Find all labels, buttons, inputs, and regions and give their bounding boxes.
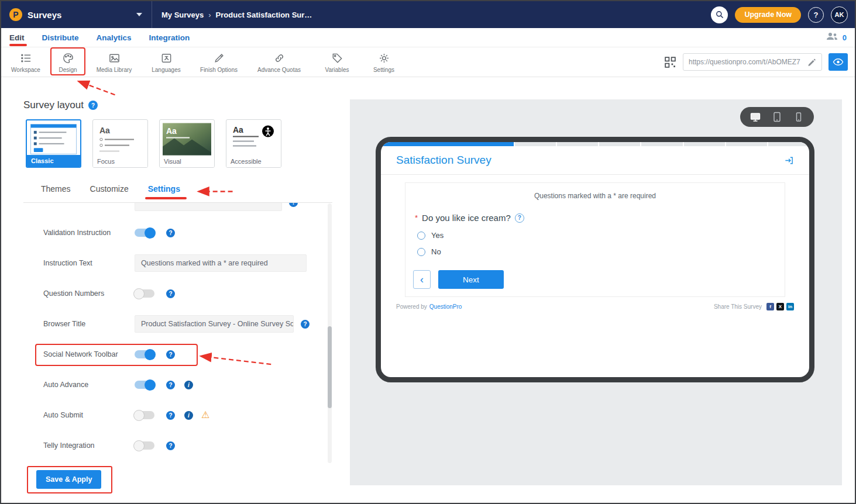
toggle-auto-advance[interactable] bbox=[135, 381, 154, 389]
design-icon bbox=[62, 52, 74, 64]
next-button[interactable]: Next bbox=[438, 270, 504, 289]
design-tab-customize[interactable]: Customize bbox=[90, 184, 129, 194]
help-icon[interactable]: ? bbox=[166, 229, 175, 237]
toolbar-item-finish-options[interactable]: Finish Options bbox=[194, 51, 243, 73]
question-help-icon[interactable]: ? bbox=[515, 213, 524, 223]
nav-tab-edit[interactable]: Edit bbox=[9, 33, 25, 42]
input-browser-title[interactable]: Product Satisfaction Survey - Online Sur… bbox=[135, 315, 294, 333]
toolbar-items: WorkspaceDesignMedia LibraryLanguagesFin… bbox=[1, 51, 403, 73]
survey-url-box[interactable]: https://questionpro.com/t/AbOMEZ7 bbox=[683, 53, 822, 71]
questionpro-app: P Surveys My Surveys › Product Satisfact… bbox=[0, 0, 856, 504]
toolbar-item-languages[interactable]: Languages bbox=[144, 51, 188, 73]
qr-code-icon[interactable] bbox=[664, 56, 676, 68]
top-navbar: P Surveys My Surveys › Product Satisfact… bbox=[1, 1, 855, 28]
help-icon[interactable]: ? bbox=[166, 411, 175, 420]
preview-button[interactable] bbox=[829, 53, 848, 71]
search-button[interactable] bbox=[711, 6, 728, 23]
collaborator-count[interactable]: 0 bbox=[843, 33, 847, 42]
progress-segment bbox=[641, 142, 682, 146]
help-icon[interactable]: ? bbox=[289, 203, 298, 207]
toggle-auto-submit[interactable] bbox=[135, 411, 154, 419]
radio-icon[interactable] bbox=[417, 232, 425, 240]
toggle-knob bbox=[133, 410, 145, 421]
toolbar-item-design[interactable]: Design bbox=[51, 51, 84, 73]
clipped-input[interactable] bbox=[135, 203, 282, 211]
toggle-validation-instruction[interactable] bbox=[135, 229, 154, 237]
toolbar-item-variables[interactable]: Variables bbox=[315, 51, 359, 73]
design-tab-themes[interactable]: Themes bbox=[41, 184, 71, 194]
desktop-device-button[interactable] bbox=[749, 111, 762, 123]
back-button[interactable]: ‹ bbox=[413, 270, 431, 289]
save-apply-button[interactable]: Save & Apply bbox=[36, 470, 101, 489]
avatar[interactable]: AK bbox=[831, 6, 848, 23]
help-icon[interactable]: ? bbox=[166, 350, 175, 359]
advance-quotas-icon bbox=[273, 52, 286, 64]
toggle-question-numbers[interactable] bbox=[135, 289, 154, 298]
help-icon[interactable]: ? bbox=[88, 101, 98, 110]
toggle-telly-integration[interactable] bbox=[135, 441, 154, 450]
layout-card-focus[interactable]: AaFocus bbox=[92, 119, 148, 168]
help-icon[interactable]: ? bbox=[301, 320, 310, 329]
help-icon[interactable]: ? bbox=[166, 289, 175, 298]
help-icon[interactable]: ? bbox=[166, 381, 175, 389]
toolbar-item-advance-quotas[interactable]: Advance Quotas bbox=[249, 51, 309, 73]
settings-scrollbar[interactable] bbox=[328, 203, 332, 463]
layout-card-label: Focus bbox=[93, 156, 147, 167]
collaborators-icon[interactable] bbox=[826, 32, 838, 43]
scrollbar-thumb[interactable] bbox=[328, 326, 332, 408]
edit-url-icon[interactable] bbox=[807, 58, 816, 67]
classic-thumbnail bbox=[27, 120, 80, 155]
toggle-social-network-toolbar[interactable] bbox=[135, 350, 154, 358]
device-toggle bbox=[740, 107, 814, 127]
layout-card-visual[interactable]: AaVisual bbox=[159, 119, 215, 168]
input-instruction-text[interactable]: Questions marked with a * are required bbox=[135, 254, 307, 272]
share-label: Share This Survey bbox=[714, 303, 762, 310]
required-note: Questions marked with a * are required bbox=[405, 183, 785, 200]
toolbar-item-workspace[interactable]: Workspace bbox=[6, 51, 46, 73]
exit-survey-icon[interactable] bbox=[784, 156, 794, 165]
radio-option-no[interactable]: No bbox=[417, 247, 785, 256]
eye-icon bbox=[833, 58, 844, 66]
help-icon[interactable]: ? bbox=[166, 441, 175, 450]
breadcrumb-my-surveys[interactable]: My Surveys bbox=[161, 11, 204, 19]
linkedin-icon[interactable]: in bbox=[786, 303, 794, 310]
x-icon[interactable]: X bbox=[776, 303, 784, 310]
design-tabs: ThemesCustomizeSettings bbox=[41, 184, 180, 194]
save-apply-annotation-box: Save & Apply bbox=[36, 470, 101, 489]
info-icon[interactable]: i bbox=[184, 411, 193, 420]
nav-tab-analytics[interactable]: Analytics bbox=[97, 33, 132, 42]
toolbar-item-label: Finish Options bbox=[200, 67, 238, 73]
nav-tab-distribute[interactable]: Distribute bbox=[42, 33, 79, 42]
radio-option-yes[interactable]: Yes bbox=[417, 231, 785, 240]
info-icon[interactable]: i bbox=[184, 381, 193, 389]
toggle-knob bbox=[145, 227, 156, 239]
chevron-down-icon bbox=[136, 13, 142, 16]
layout-card-classic[interactable]: Classic bbox=[26, 119, 81, 168]
toolbar-item-settings[interactable]: Settings bbox=[365, 51, 403, 73]
questionpro-link[interactable]: QuestionPro bbox=[429, 303, 462, 310]
radio-icon[interactable] bbox=[417, 248, 425, 256]
design-tab-settings[interactable]: Settings bbox=[148, 184, 180, 194]
upgrade-button[interactable]: Upgrade Now bbox=[735, 7, 801, 23]
mobile-device-button[interactable] bbox=[792, 111, 805, 123]
tablet-device-button[interactable] bbox=[771, 111, 783, 123]
toggle-knob bbox=[133, 288, 145, 299]
layout-card-accessible[interactable]: AaAccessible bbox=[226, 119, 281, 168]
toolbar-item-media-library[interactable]: Media Library bbox=[90, 51, 138, 73]
survey-url[interactable]: https://questionpro.com/t/AbOMEZ7 bbox=[689, 58, 804, 66]
product-switcher[interactable]: P Surveys bbox=[1, 1, 152, 28]
setting-label: Question Numbers bbox=[43, 289, 135, 298]
progress-filled bbox=[381, 142, 514, 146]
toggle-knob bbox=[145, 379, 156, 391]
help-button[interactable]: ? bbox=[808, 7, 824, 23]
progress-segment bbox=[684, 142, 725, 146]
warning-icon[interactable]: ⚠ bbox=[201, 410, 209, 420]
progress-segment bbox=[768, 142, 809, 146]
powered-by-label: Powered by bbox=[396, 303, 427, 310]
topbar-actions: Upgrade Now ? AK bbox=[711, 6, 855, 23]
nav-tab-integration[interactable]: Integration bbox=[149, 33, 190, 42]
answer-options: YesNo bbox=[417, 231, 785, 256]
survey-progress-bar bbox=[381, 142, 809, 146]
facebook-icon[interactable]: f bbox=[766, 303, 774, 310]
question-card: Questions marked with a * are required *… bbox=[405, 182, 785, 297]
